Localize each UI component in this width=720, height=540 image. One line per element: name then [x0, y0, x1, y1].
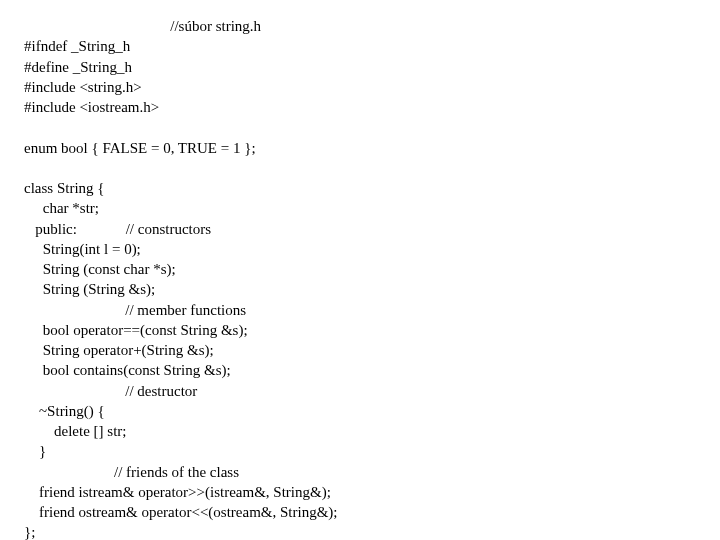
code-line: String operator+(String &s); — [24, 340, 696, 360]
code-line: friend istream& operator>>(istream&, Str… — [24, 482, 696, 502]
blank-line — [24, 117, 696, 137]
code-line: ~String() { — [24, 401, 696, 421]
code-line: #define _String_h — [24, 57, 696, 77]
code-line: #include <iostream.h> — [24, 97, 696, 117]
code-line: enum bool { FALSE = 0, TRUE = 1 }; — [24, 138, 696, 158]
code-line: // friends of the class — [24, 462, 696, 482]
code-line: char *str; — [24, 198, 696, 218]
code-line: String(int l = 0); — [24, 239, 696, 259]
code-line: delete [] str; — [24, 421, 696, 441]
code-line: } — [24, 441, 696, 461]
code-line: class String { — [24, 178, 696, 198]
code-line: //súbor string.h — [24, 16, 696, 36]
code-line: friend ostream& operator<<(ostream&, Str… — [24, 502, 696, 522]
code-line: // destructor — [24, 381, 696, 401]
code-line: bool contains(const String &s); — [24, 360, 696, 380]
code-line: public: // constructors — [24, 219, 696, 239]
code-line: bool operator==(const String &s); — [24, 320, 696, 340]
code-line: String (const char *s); — [24, 259, 696, 279]
code-line: String (String &s); — [24, 279, 696, 299]
blank-line — [24, 158, 696, 178]
code-line: }; — [24, 522, 696, 540]
code-line: // member functions — [24, 300, 696, 320]
code-line: #include <string.h> — [24, 77, 696, 97]
code-line: #ifndef _String_h — [24, 36, 696, 56]
